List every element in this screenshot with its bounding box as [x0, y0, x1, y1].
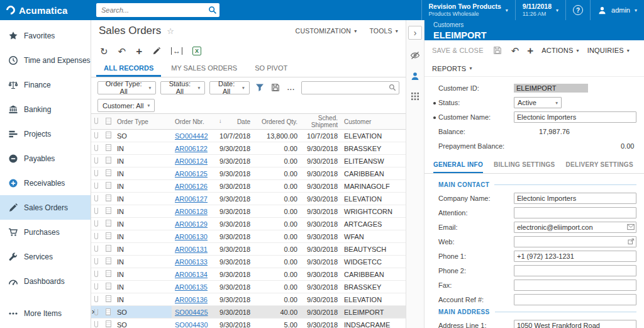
- status-select[interactable]: Active▾: [514, 97, 562, 108]
- search-icon[interactable]: [389, 84, 396, 91]
- sched-shipment-cell[interactable]: 9/30/2018: [301, 195, 341, 203]
- note-icon[interactable]: [103, 283, 114, 291]
- note-icon[interactable]: [103, 232, 114, 240]
- add-record-button[interactable]: +: [527, 45, 533, 56]
- attachment-icon[interactable]: [91, 183, 103, 190]
- ordered-qty-cell[interactable]: 0.00: [253, 170, 301, 178]
- global-search-input[interactable]: [101, 6, 208, 14]
- envelope-icon[interactable]: [627, 223, 635, 230]
- ordered-qty-cell[interactable]: 0.00: [253, 246, 301, 253]
- date-cell[interactable]: 9/30/2018: [216, 233, 253, 240]
- grid-more-options-button[interactable]: ...: [286, 84, 297, 91]
- sched-shipment-cell[interactable]: 9/30/2018: [301, 321, 341, 328]
- help-button[interactable]: ?: [565, 0, 590, 20]
- customer-name-field[interactable]: [514, 111, 636, 123]
- customer-cell[interactable]: WFAN: [341, 233, 406, 240]
- table-row[interactable]: IN AR006133 9/30/2018 0.00 9/30/2018 WID…: [91, 256, 406, 268]
- table-row[interactable]: IN AR006136 9/30/2018 0.00 9/30/2018 ELE…: [91, 293, 406, 306]
- sched-shipment-cell[interactable]: 9/30/2018: [301, 183, 341, 190]
- attachment-icon[interactable]: [91, 271, 103, 278]
- phone2-field[interactable]: [514, 265, 636, 276]
- table-row[interactable]: IN AR006126 9/30/2018 0.00 9/30/2018 MAR…: [91, 180, 406, 193]
- table-row[interactable]: SO SO004425 9/30/2018 40.00 9/30/2018 EL…: [91, 306, 406, 319]
- sched-shipment-cell[interactable]: 9/30/2018: [301, 233, 341, 240]
- note-icon[interactable]: [103, 245, 114, 253]
- table-row[interactable]: IN AR006128 9/30/2018 0.00 9/30/2018 WRI…: [91, 205, 406, 218]
- note-icon[interactable]: [103, 320, 114, 328]
- column-sched-shipment[interactable]: Sched. Shipment: [301, 115, 341, 128]
- undo-button[interactable]: ↶: [118, 47, 126, 56]
- sched-shipment-cell[interactable]: 9/30/2018: [301, 258, 341, 266]
- customer-cell[interactable]: WIDGETCC: [341, 258, 406, 266]
- column-date[interactable]: ↓ Date: [216, 118, 253, 125]
- attachment-icon[interactable]: [91, 170, 103, 178]
- actions-menu[interactable]: ACTIONS▾: [541, 47, 579, 54]
- note-icon[interactable]: [103, 182, 114, 190]
- date-cell[interactable]: 9/30/2018: [216, 283, 253, 291]
- sidebar-item-purchases[interactable]: Purchases: [0, 220, 91, 244]
- sched-shipment-cell[interactable]: 9/30/2018: [301, 208, 341, 215]
- ordered-qty-cell[interactable]: 5.00: [253, 321, 301, 328]
- acumatica-logo[interactable]: Acumatica: [0, 5, 91, 16]
- table-row[interactable]: IN AR006134 9/30/2018 0.00 9/30/2018 CAR…: [91, 268, 406, 281]
- tab-delivery-settings[interactable]: DELIVERY SETTINGS: [566, 157, 633, 173]
- order-nbr-link[interactable]: AR006130: [175, 233, 208, 240]
- attachment-icon[interactable]: [91, 296, 103, 303]
- order-type-cell[interactable]: IN: [114, 296, 172, 303]
- note-icon[interactable]: [103, 132, 114, 140]
- order-type-cell[interactable]: IN: [114, 170, 172, 178]
- order-type-cell[interactable]: IN: [114, 258, 172, 266]
- table-row[interactable]: IN AR006131 9/30/2018 0.00 9/30/2018 BEA…: [91, 243, 406, 256]
- sched-shipment-cell[interactable]: 9/30/2018: [301, 170, 341, 178]
- customer-cell[interactable]: CARIBBEAN: [341, 170, 406, 178]
- table-row[interactable]: IN AR006127 9/30/2018 0.00 9/30/2018 ELE…: [91, 193, 406, 205]
- sched-shipment-cell[interactable]: 9/30/2018: [301, 296, 341, 303]
- note-icon[interactable]: [103, 306, 114, 318]
- order-nbr-link[interactable]: SO004430: [175, 321, 208, 328]
- ordered-qty-cell[interactable]: 0.00: [253, 258, 301, 266]
- sched-shipment-cell[interactable]: 9/30/2018: [301, 157, 341, 165]
- note-icon[interactable]: [103, 257, 114, 266]
- customer-cell[interactable]: ELEVATION: [341, 195, 406, 203]
- edit-record-button[interactable]: [152, 47, 161, 55]
- sidebar-item-more-items[interactable]: More Items: [0, 301, 91, 325]
- note-icon[interactable]: [103, 169, 114, 178]
- table-row[interactable]: IN AR006125 9/30/2018 0.00 9/30/2018 CAR…: [91, 167, 406, 180]
- date-cell[interactable]: 9/30/2018: [216, 308, 253, 316]
- business-date-selector[interactable]: 9/11/2018 11:26 AM ▾: [515, 0, 565, 20]
- order-nbr-link[interactable]: AR006135: [175, 283, 208, 291]
- customer-filter[interactable]: Customer: All▾: [97, 99, 155, 112]
- undo-button[interactable]: ↶: [511, 46, 519, 55]
- order-type-cell[interactable]: SO: [114, 321, 172, 328]
- attachment-icon[interactable]: [91, 195, 103, 203]
- attachment-icon[interactable]: [91, 246, 103, 253]
- order-type-cell[interactable]: SO: [114, 306, 172, 318]
- attachment-icon[interactable]: [91, 321, 103, 328]
- date-cell[interactable]: 9/30/2018: [216, 258, 253, 266]
- sched-shipment-cell[interactable]: 9/30/2018: [301, 271, 341, 278]
- order-type-filter[interactable]: Order Type: All▾: [97, 81, 156, 94]
- attachment-icon[interactable]: [91, 208, 103, 215]
- sidebar-item-time-and-expenses[interactable]: Time and Expenses: [0, 48, 91, 72]
- date-cell[interactable]: 9/30/2018: [216, 208, 253, 215]
- table-row[interactable]: SO SO004430 9/30/2018 5.00 9/30/2018 IND…: [91, 319, 406, 328]
- note-icon[interactable]: [103, 144, 114, 152]
- column-order-nbr[interactable]: Order Nbr.: [172, 118, 216, 125]
- sidebar-item-dashboards[interactable]: Dashboards: [0, 269, 91, 293]
- table-row[interactable]: IN AR006129 9/30/2018 0.00 9/30/2018 ART…: [91, 218, 406, 230]
- date-cell[interactable]: 9/30/2018: [216, 170, 253, 178]
- note-icon[interactable]: [103, 270, 114, 278]
- attachments-column-icon[interactable]: [91, 118, 103, 125]
- attachment-icon[interactable]: [91, 283, 103, 291]
- collapse-side-panel-button[interactable]: ›: [408, 26, 422, 40]
- customer-cell[interactable]: ELEVATION: [341, 296, 406, 303]
- notes-column-icon[interactable]: [103, 118, 114, 126]
- date-cell[interactable]: 9/30/2018: [216, 183, 253, 190]
- date-cell[interactable]: 9/30/2018: [216, 145, 253, 152]
- order-type-cell[interactable]: SO: [114, 132, 172, 140]
- attachment-icon[interactable]: [91, 233, 103, 240]
- date-cell[interactable]: 9/30/2018: [216, 157, 253, 165]
- customer-cell[interactable]: BRASSKEY: [341, 283, 406, 291]
- order-type-cell[interactable]: IN: [114, 208, 172, 215]
- order-type-cell[interactable]: IN: [114, 246, 172, 253]
